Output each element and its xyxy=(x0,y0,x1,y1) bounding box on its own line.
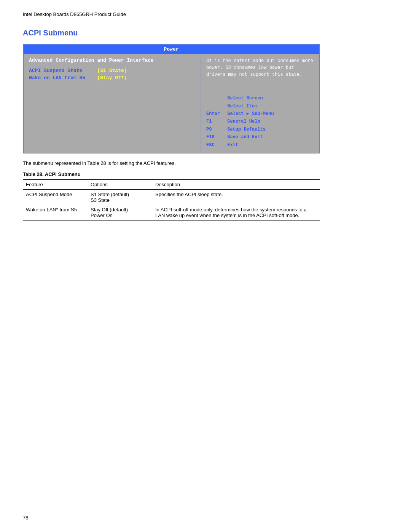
bios-key-select-screen: Select Screen xyxy=(206,94,314,102)
acpi-table: Feature Options Description ACPI Suspend… xyxy=(23,179,320,220)
bios-right-panel: S1 is the safest mode but consumes more … xyxy=(201,54,319,153)
bios-key-f10: F10 Save and Exit xyxy=(206,133,314,141)
section-title: ACPI Submenu xyxy=(23,29,388,37)
table-header-row: Feature Options Description xyxy=(23,180,320,190)
col-header-description: Description xyxy=(152,180,320,190)
bios-item-1: Wake on LAN from S5 [Stay Off] xyxy=(29,75,195,81)
table-caption: Table 28. ACPI Submenu xyxy=(23,171,388,177)
row0-feature: ACPI Suspend Mode xyxy=(23,190,88,205)
row0-description: Specifies the ACPI sleep state. xyxy=(152,190,320,205)
bios-key-p9: P9 Setup Defaults xyxy=(206,126,314,133)
row1-description: In ACPI soft-off mode only, determines h… xyxy=(152,205,320,220)
row0-options: S1 State (default) S3 State xyxy=(88,190,152,205)
bios-key-select-item: Select Item xyxy=(206,102,314,110)
bios-screen: Power Advanced Configuration and Power I… xyxy=(23,44,320,153)
bios-help-text: S1 is the safest mode but consumes more … xyxy=(206,58,314,78)
bios-key-esc: ESC Exit xyxy=(206,141,314,149)
bios-item-0: ACPI Suspend State [S1 State] xyxy=(29,68,195,73)
bios-left-panel: Advanced Configuration and Power Interfa… xyxy=(24,54,201,153)
caption-text: The submenu represented in Table 28 is f… xyxy=(23,160,388,166)
table-row: ACPI Suspend Mode S1 State (default) S3 … xyxy=(23,190,320,205)
bios-config-title: Advanced Configuration and Power Interfa… xyxy=(29,58,195,63)
bios-header: Power xyxy=(24,45,319,54)
col-header-feature: Feature xyxy=(23,180,88,190)
col-header-options: Options xyxy=(88,180,152,190)
bios-key-f1: F1 General Help xyxy=(206,118,314,125)
table-row: Wake on LAN* from S5 Stay Off (default) … xyxy=(23,205,320,220)
row1-options: Stay Off (default) Power On xyxy=(88,205,152,220)
bios-key-enter: Enter Select ► Sub-Menu xyxy=(206,110,314,118)
bios-keys: Select Screen Select Item Enter Select ►… xyxy=(206,94,314,149)
page-number: 78 xyxy=(23,515,28,521)
row1-feature: Wake on LAN* from S5 xyxy=(23,205,88,220)
page-header: Intel Desktop Boards D865GRH Product Gui… xyxy=(23,11,388,17)
